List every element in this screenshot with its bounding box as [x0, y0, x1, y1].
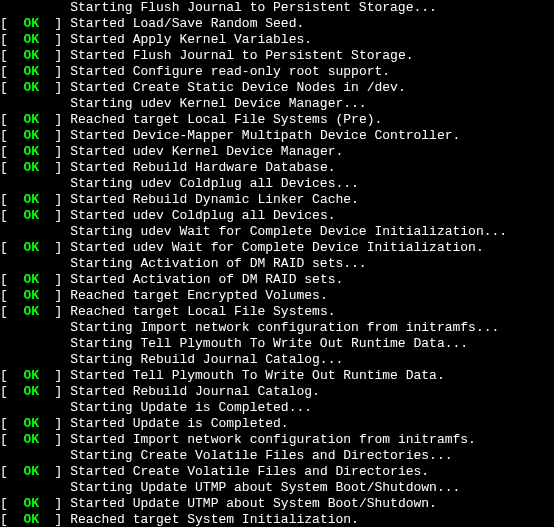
- status-bracket-open: [: [0, 288, 23, 303]
- status-bracket-open: [: [0, 128, 23, 143]
- status-bracket-close: ]: [39, 64, 70, 79]
- status-bracket-close: ]: [39, 240, 70, 255]
- boot-message: Started Apply Kernel Variables.: [70, 32, 312, 47]
- status-ok: OK: [23, 288, 39, 303]
- boot-message: Starting Update UTMP about System Boot/S…: [70, 480, 460, 495]
- boot-message: Starting Update is Completed...: [70, 400, 312, 415]
- boot-log-line: Starting Tell Plymouth To Write Out Runt…: [0, 336, 554, 352]
- status-bracket-close: ]: [39, 112, 70, 127]
- status-ok: OK: [23, 464, 39, 479]
- status-bracket-close: ]: [39, 192, 70, 207]
- boot-log-line: [ OK ] Started Create Static Device Node…: [0, 80, 554, 96]
- boot-log-line: [ OK ] Started Configure read-only root …: [0, 64, 554, 80]
- indent: [0, 352, 70, 367]
- status-bracket-open: [: [0, 64, 23, 79]
- status-bracket-open: [: [0, 368, 23, 383]
- boot-message: Started Update UTMP about System Boot/Sh…: [70, 496, 437, 511]
- status-ok: OK: [23, 512, 39, 527]
- boot-log-line: Starting Flush Journal to Persistent Sto…: [0, 0, 554, 16]
- boot-log-line: Starting Create Volatile Files and Direc…: [0, 448, 554, 464]
- boot-log-line: [ OK ] Started Activation of DM RAID set…: [0, 272, 554, 288]
- indent: [0, 336, 70, 351]
- boot-log-line: [ OK ] Started Update is Completed.: [0, 416, 554, 432]
- boot-message: Reached target Local File Systems.: [70, 304, 335, 319]
- status-bracket-open: [: [0, 384, 23, 399]
- boot-message: Starting Activation of DM RAID sets...: [70, 256, 366, 271]
- boot-log-line: [ OK ] Started Update UTMP about System …: [0, 496, 554, 512]
- boot-message: Started Load/Save Random Seed.: [70, 16, 304, 31]
- status-ok: OK: [23, 384, 39, 399]
- boot-message: Started Rebuild Journal Catalog.: [70, 384, 320, 399]
- boot-log-line: [ OK ] Started Load/Save Random Seed.: [0, 16, 554, 32]
- status-ok: OK: [23, 144, 39, 159]
- status-ok: OK: [23, 64, 39, 79]
- indent: [0, 448, 70, 463]
- boot-message: Started Device-Mapper Multipath Device C…: [70, 128, 460, 143]
- boot-message: Starting udev Coldplug all Devices...: [70, 176, 359, 191]
- boot-message: Starting Create Volatile Files and Direc…: [70, 448, 452, 463]
- boot-message: Starting Import network configuration fr…: [70, 320, 499, 335]
- status-ok: OK: [23, 160, 39, 175]
- boot-log-line: [ OK ] Started Rebuild Dynamic Linker Ca…: [0, 192, 554, 208]
- status-bracket-close: ]: [39, 512, 70, 527]
- status-bracket-open: [: [0, 144, 23, 159]
- indent: [0, 0, 70, 15]
- status-bracket-open: [: [0, 32, 23, 47]
- indent: [0, 96, 70, 111]
- boot-message: Starting Rebuild Journal Catalog...: [70, 352, 343, 367]
- boot-message: Started udev Kernel Device Manager.: [70, 144, 343, 159]
- status-bracket-close: ]: [39, 384, 70, 399]
- status-bracket-close: ]: [39, 80, 70, 95]
- boot-message: Started Create Volatile Files and Direct…: [70, 464, 429, 479]
- indent: [0, 320, 70, 335]
- boot-log-line: [ OK ] Started udev Kernel Device Manage…: [0, 144, 554, 160]
- status-bracket-open: [: [0, 112, 23, 127]
- boot-message: Started Update is Completed.: [70, 416, 288, 431]
- status-ok: OK: [23, 432, 39, 447]
- indent: [0, 400, 70, 415]
- boot-message: Started udev Coldplug all Devices.: [70, 208, 335, 223]
- boot-log-line: [ OK ] Started Create Volatile Files and…: [0, 464, 554, 480]
- boot-message: Starting Flush Journal to Persistent Sto…: [70, 0, 437, 15]
- status-bracket-open: [: [0, 272, 23, 287]
- boot-message: Starting udev Kernel Device Manager...: [70, 96, 366, 111]
- boot-message: Reached target Local File Systems (Pre).: [70, 112, 382, 127]
- status-bracket-close: ]: [39, 288, 70, 303]
- status-bracket-close: ]: [39, 208, 70, 223]
- boot-log-line: [ OK ] Reached target Local File Systems…: [0, 112, 554, 128]
- boot-log-line: Starting Update is Completed...: [0, 400, 554, 416]
- status-ok: OK: [23, 16, 39, 31]
- boot-log-line: Starting udev Wait for Complete Device I…: [0, 224, 554, 240]
- boot-log-line: [ OK ] Started Apply Kernel Variables.: [0, 32, 554, 48]
- indent: [0, 224, 70, 239]
- status-bracket-close: ]: [39, 272, 70, 287]
- boot-message: Started Configure read-only root support…: [70, 64, 390, 79]
- status-bracket-close: ]: [39, 32, 70, 47]
- boot-log-line: Starting udev Coldplug all Devices...: [0, 176, 554, 192]
- status-ok: OK: [23, 272, 39, 287]
- status-bracket-open: [: [0, 416, 23, 431]
- boot-log-line: [ OK ] Started udev Wait for Complete De…: [0, 240, 554, 256]
- status-bracket-close: ]: [39, 16, 70, 31]
- status-bracket-close: ]: [39, 368, 70, 383]
- status-bracket-open: [: [0, 512, 23, 527]
- indent: [0, 480, 70, 495]
- boot-message: Starting udev Wait for Complete Device I…: [70, 224, 507, 239]
- boot-message: Started Activation of DM RAID sets.: [70, 272, 343, 287]
- status-ok: OK: [23, 32, 39, 47]
- status-bracket-open: [: [0, 496, 23, 511]
- status-ok: OK: [23, 208, 39, 223]
- status-ok: OK: [23, 416, 39, 431]
- status-bracket-close: ]: [39, 48, 70, 63]
- status-bracket-open: [: [0, 304, 23, 319]
- boot-log-line: [ OK ] Started Flush Journal to Persiste…: [0, 48, 554, 64]
- boot-message: Started Import network configuration fro…: [70, 432, 476, 447]
- status-bracket-close: ]: [39, 416, 70, 431]
- boot-log-line: [ OK ] Started Tell Plymouth To Write Ou…: [0, 368, 554, 384]
- status-bracket-close: ]: [39, 432, 70, 447]
- boot-log-line: Starting Update UTMP about System Boot/S…: [0, 480, 554, 496]
- boot-log-line: Starting Rebuild Journal Catalog...: [0, 352, 554, 368]
- boot-message: Started Rebuild Dynamic Linker Cache.: [70, 192, 359, 207]
- status-ok: OK: [23, 128, 39, 143]
- status-ok: OK: [23, 112, 39, 127]
